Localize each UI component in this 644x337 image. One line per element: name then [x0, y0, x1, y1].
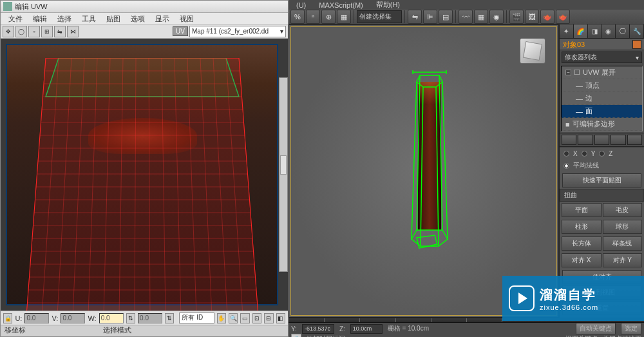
zoom-region-icon[interactable]: ▭ — [240, 313, 249, 323]
watermark-overlay: 溜溜自学 zixue.3d66.com — [502, 276, 644, 321]
map-channel-dropdown[interactable]: Map #11 (cs2_fy_er002.dd▾ — [189, 26, 286, 37]
menu-u[interactable]: (U) — [292, 1, 310, 9]
modifier-list-dropdown[interactable]: 修改器列表▾ — [562, 52, 642, 63]
modifier-stack[interactable]: −☐ UVW 展开 — 顶点 — 边 — 面 ■ 可编辑多边形 — [561, 66, 643, 131]
menu-view[interactable]: 视图 — [175, 13, 199, 24]
mirror-tool-icon[interactable]: ⇋ — [54, 26, 66, 37]
z-coord-input[interactable] — [350, 324, 383, 334]
align-x-button[interactable]: 对齐 X — [562, 253, 601, 267]
hierarchy-tab-icon[interactable]: ◨ — [588, 24, 602, 38]
angle-input[interactable] — [138, 313, 162, 323]
unlink-icon[interactable]: ⁿ — [306, 10, 320, 24]
rotate-tool-icon[interactable]: ◯ — [15, 26, 27, 37]
bind-icon[interactable]: ⊕ — [321, 10, 336, 24]
lock-icon[interactable]: 🔒 — [3, 313, 12, 323]
v-input[interactable] — [61, 313, 85, 323]
create-tab-icon[interactable]: ✦ — [560, 24, 574, 38]
render2-icon[interactable]: 🫖 — [556, 10, 570, 24]
display-tab-icon[interactable]: 🖵 — [616, 24, 630, 38]
quick-planar-button[interactable]: 快速平面贴图 — [562, 173, 641, 188]
schematic-icon[interactable]: ▦ — [337, 10, 351, 24]
pan-icon[interactable]: ✋ — [217, 313, 226, 323]
align-icon[interactable]: ⊫ — [423, 10, 437, 24]
pin-stack-icon[interactable] — [562, 135, 576, 145]
curve-editor-icon[interactable]: 〰 — [459, 10, 473, 24]
spline-button[interactable]: 样条线 — [603, 236, 643, 251]
material-icon[interactable]: ◉ — [489, 10, 504, 24]
axis-x-radio[interactable] — [564, 151, 569, 157]
link-icon[interactable]: % — [290, 10, 305, 24]
stack-sub-vertex[interactable]: — 顶点 — [562, 79, 642, 92]
configure-icon[interactable] — [627, 135, 642, 145]
viewcube[interactable] — [520, 38, 545, 64]
lock-selection-icon[interactable]: 🔒 — [291, 334, 301, 337]
object-name-field[interactable]: 对象03 — [560, 39, 644, 50]
avg-normal-radio[interactable] — [564, 163, 569, 169]
scrollbar-vertical[interactable] — [279, 77, 288, 272]
menu-select[interactable]: 选择 — [52, 13, 77, 24]
zoom-extents-icon[interactable]: ⊡ — [252, 313, 261, 323]
spinner2-icon[interactable]: ⇅ — [165, 313, 174, 323]
modify-tab-icon[interactable]: 🌈 — [574, 24, 588, 38]
u-input[interactable] — [24, 313, 49, 323]
selection-set-dropdown[interactable]: 创建选择集 — [357, 10, 402, 23]
spinner-icon[interactable]: ⇅ — [126, 313, 135, 323]
snap-icon[interactable]: ⊟ — [264, 313, 273, 323]
key-filter-button[interactable]: 关键点过滤器 — [603, 334, 641, 337]
render-setup-icon[interactable]: 🎬 — [509, 10, 524, 24]
remove-mod-icon[interactable] — [611, 135, 625, 145]
cylinder-button[interactable]: 柱形 — [562, 220, 601, 234]
align-y-button[interactable]: 对齐 Y — [603, 253, 643, 267]
stack-item-editpoly[interactable]: ■ 可编辑多边形 — [562, 118, 642, 131]
perspective-viewport[interactable] — [289, 24, 559, 318]
warp-header[interactable]: 扭曲 — [560, 189, 644, 202]
scale-tool-icon[interactable]: ▫ — [28, 26, 40, 37]
move-tool-icon[interactable]: ✥ — [3, 26, 14, 37]
selected-button[interactable]: 选定 — [621, 323, 641, 334]
uv-toggle[interactable]: UV — [173, 26, 188, 36]
zoom-icon[interactable]: 🔍 — [229, 313, 238, 323]
menu-help[interactable]: 帮助(H) — [372, 0, 404, 10]
stack-item-uvw[interactable]: −☐ UVW 展开 — [562, 66, 642, 79]
render-frame-icon[interactable]: 🖼 — [525, 10, 539, 24]
menu-maxscript[interactable]: MAXScript(M) — [315, 1, 366, 9]
menu-display[interactable]: 显示 — [150, 13, 175, 24]
show-end-icon[interactable] — [578, 135, 592, 145]
menu-file[interactable]: 文件 — [3, 13, 28, 24]
id-dropdown[interactable]: 所有 ID — [179, 313, 214, 323]
stack-sub-edge[interactable]: — 边 — [562, 92, 642, 105]
menu-tools[interactable]: 工具 — [77, 13, 101, 24]
utilities-tab-icon[interactable]: 🔧 — [630, 24, 644, 38]
auto-key-button[interactable]: 自动关键点 — [576, 323, 616, 334]
axis-y-radio[interactable] — [582, 151, 587, 157]
object-color-swatch[interactable] — [632, 40, 641, 49]
menu-options[interactable]: 选项 — [126, 13, 150, 24]
menu-map[interactable]: 贴图 — [101, 13, 126, 24]
add-time-marker[interactable]: 添加时间标记 — [307, 334, 345, 337]
axis-z-radio[interactable] — [599, 151, 605, 157]
set-key-button[interactable]: 设置关键点 — [565, 334, 598, 337]
v-label: V: — [52, 314, 58, 322]
render-icon[interactable]: 🫖 — [540, 10, 554, 24]
unique-icon[interactable] — [594, 135, 609, 145]
uvw-titlebar[interactable]: 编辑 UVW — [1, 1, 288, 13]
y-coord-input[interactable] — [302, 324, 334, 334]
motion-tab-icon[interactable]: ◉ — [601, 24, 616, 38]
plane-button[interactable]: 平面 — [562, 203, 601, 217]
menu-edit[interactable]: 编辑 — [28, 13, 52, 24]
chevron-down-icon: ▾ — [280, 28, 283, 35]
layers-icon[interactable]: ▤ — [439, 10, 453, 24]
w-input[interactable] — [99, 313, 124, 323]
options-icon[interactable]: ◧ — [276, 313, 285, 323]
flip-tool-icon[interactable]: ⋈ — [67, 26, 79, 37]
uvw-viewport[interactable] — [1, 39, 288, 311]
freeform-tool-icon[interactable]: ⊞ — [41, 26, 53, 37]
schematic2-icon[interactable]: ▦ — [474, 10, 488, 24]
mirror-icon[interactable]: ⇋ — [408, 10, 422, 24]
sphere-button[interactable]: 球形 — [603, 220, 643, 234]
uvw-toolbar: ✥ ◯ ▫ ⊞ ⇋ ⋈ UV Map #11 (cs2_fy_er002.dd▾ — [1, 24, 288, 39]
pillar-object[interactable] — [410, 69, 449, 249]
box-button[interactable]: 长方体 — [562, 236, 601, 251]
pelt-button[interactable]: 毛皮 — [603, 203, 643, 217]
stack-sub-face[interactable]: — 面 — [562, 105, 642, 118]
